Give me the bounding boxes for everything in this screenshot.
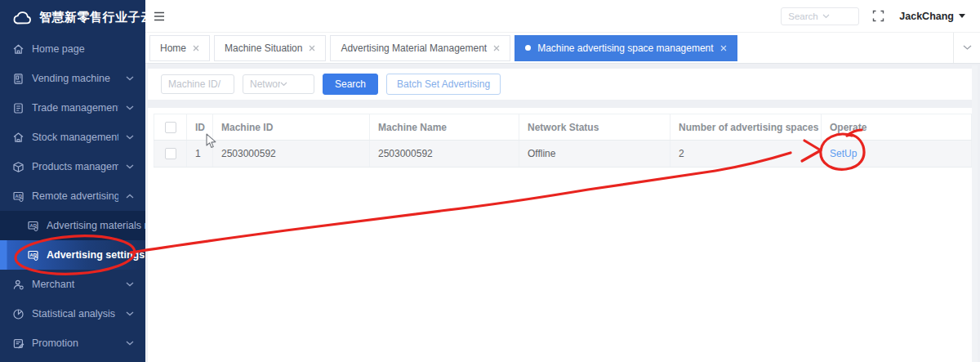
chevron-down-icon (126, 164, 134, 169)
sidebar-item-statistical-analysis[interactable]: Statistical analysis (0, 299, 145, 328)
select-all-checkbox[interactable] (165, 122, 176, 133)
tab-list-dropdown-button[interactable] (953, 33, 980, 63)
fullscreen-icon[interactable] (872, 10, 884, 22)
sidebar-item-stock-management[interactable]: Stock management (0, 123, 145, 152)
sidebar-item-advertising-materials-management[interactable]: AD Advertising materials mana (0, 211, 145, 240)
table-header-row: ID Machine ID Machine Name Network Statu… (154, 114, 972, 141)
ad-badge-icon: AD (27, 249, 39, 261)
row-checkbox[interactable] (165, 148, 176, 159)
col-id: ID (187, 114, 213, 141)
tab-machine-advertising-space-management[interactable]: Machine advertising space management (514, 35, 737, 61)
machines-table: ID Machine ID Machine Name Network Statu… (154, 114, 972, 168)
machine-id-input[interactable] (161, 74, 234, 94)
chevron-down-icon (822, 14, 853, 19)
remote-advertising-icon: AD (12, 190, 24, 203)
chevron-down-icon (126, 135, 134, 140)
main-content: Network Sta Search Batch Set Advertising… (145, 64, 980, 362)
sidebar-item-products-management[interactable]: Products management (0, 152, 145, 181)
close-icon[interactable] (309, 45, 315, 51)
col-operate: Operate (822, 114, 972, 141)
sidebar-item-promotion[interactable]: Promotion (0, 328, 145, 358)
network-status-select[interactable]: Network Sta (243, 74, 314, 94)
scrollbar[interactable] (972, 65, 978, 362)
cell-machine-name: 2503000592 (370, 141, 519, 168)
close-icon[interactable] (720, 45, 727, 51)
col-machine-name: Machine Name (370, 114, 519, 141)
sidebar-collapse-icon[interactable] (154, 11, 165, 21)
sidebar: 智慧新零售行业子云 Home page Vending machine Trad… (0, 0, 145, 362)
caret-down-icon (959, 14, 965, 18)
setup-link[interactable]: SetUp (830, 148, 857, 159)
search-button[interactable]: Search (323, 74, 378, 95)
chevron-down-icon (126, 311, 134, 316)
sidebar-item-vending-machine[interactable]: Vending machine (0, 64, 145, 93)
chevron-down-icon (126, 76, 134, 81)
sidebar-item-advertising-settings[interactable]: AD Advertising settings (0, 240, 145, 270)
vending-machine-icon (12, 73, 24, 85)
sidebar-item-trade-management[interactable]: Trade management (0, 93, 145, 123)
tab-machine-situation[interactable]: Machine Situation (214, 35, 326, 61)
cell-ad-spaces: 2 (670, 141, 822, 168)
sidebar-item-home-page[interactable]: Home page (0, 34, 145, 64)
chevron-down-icon (963, 45, 972, 51)
statistical-analysis-icon (12, 308, 24, 320)
active-dot-icon (525, 45, 531, 51)
stock-management-icon (12, 132, 24, 144)
chevron-down-icon (126, 341, 134, 346)
cell-network-status: Offline (519, 141, 670, 168)
chevron-up-icon (126, 194, 134, 199)
table-row: 1 2503000592 2503000592 Offline 2 SetUp (154, 141, 972, 168)
cloud-logo-icon (11, 10, 33, 25)
sidebar-nav: Home page Vending machine Trade manageme… (0, 34, 145, 358)
products-management-icon (12, 161, 24, 173)
tab-home[interactable]: Home (149, 35, 210, 61)
tabbar: Home Machine Situation Advertising Mater… (145, 33, 980, 64)
app-logo: 智慧新零售行业子云 (0, 0, 145, 34)
close-icon[interactable] (493, 45, 500, 51)
merchant-icon (12, 279, 24, 291)
username: JackChang (899, 11, 954, 22)
user-menu[interactable]: JackChang (899, 11, 965, 22)
tab-advertising-material-management[interactable]: Advertising Material Management (330, 35, 510, 61)
app-title: 智慧新零售行业子云 (39, 10, 145, 25)
chevron-down-icon (280, 82, 310, 87)
home-icon (12, 43, 24, 56)
batch-set-advertising-button[interactable]: Batch Set Advertising (386, 74, 501, 95)
col-network-status: Network Status (519, 114, 670, 141)
cell-id: 1 (187, 141, 213, 168)
cell-machine-id: 2503000592 (213, 141, 370, 168)
search-menu-select[interactable]: Search menu (781, 7, 859, 25)
sidebar-item-remote-advertising[interactable]: AD Remote advertising (0, 181, 145, 211)
ad-badge-icon: AD (27, 220, 39, 232)
trade-management-icon (12, 102, 24, 114)
filter-bar: Network Sta Search Batch Set Advertising (148, 69, 978, 100)
promotion-icon (12, 337, 24, 350)
topbar: Search menu JackChang (145, 0, 980, 33)
close-icon[interactable] (193, 45, 199, 51)
chevron-down-icon (126, 282, 134, 287)
col-ad-spaces: Number of advertising spaces (670, 114, 822, 141)
chevron-down-icon (126, 105, 134, 110)
sidebar-item-merchant[interactable]: Merchant (0, 270, 145, 299)
col-machine-id: Machine ID (213, 114, 370, 141)
machines-table-card: ID Machine ID Machine Name Network Statu… (148, 108, 978, 362)
